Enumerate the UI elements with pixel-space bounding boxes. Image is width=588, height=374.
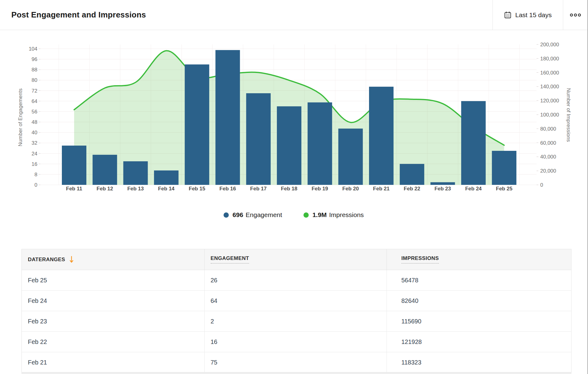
sort-desc-icon	[70, 256, 74, 263]
left-tick-label: 24	[32, 151, 37, 157]
cell-date: Feb 24	[22, 291, 204, 311]
left-tick-label: 56	[32, 109, 37, 115]
x-axis-label: Feb 17	[250, 186, 267, 192]
cell-impressions: 121928	[386, 332, 571, 352]
table-row: Feb 2216121928	[22, 332, 571, 352]
date-range-label: Last 15 days	[515, 11, 552, 19]
cell-date: Feb 21	[22, 352, 204, 373]
table-row: Feb 2175118323	[22, 352, 571, 373]
bar-feb-19[interactable]	[307, 102, 332, 185]
x-axis-label: Feb 13	[127, 186, 144, 192]
legend-text: 696 Engagement	[232, 211, 282, 219]
left-tick-label: 32	[32, 140, 37, 146]
column-header-engagement[interactable]: ENGAGEMENT	[204, 249, 386, 270]
table-header-row: DATERANGES ENGAGEMENT IMPRESSIONS	[22, 249, 571, 270]
chart-legend: 696 Engagement 1.9M Impressions	[0, 210, 587, 220]
legend-item-engagement[interactable]: 696 Engagement	[224, 211, 282, 219]
bar-feb-24[interactable]	[461, 101, 486, 185]
right-tick-label: 200,000	[540, 42, 559, 48]
bar-feb-17[interactable]	[246, 93, 271, 185]
right-tick-label: 140,000	[540, 84, 559, 90]
x-axis-label: Feb 24	[465, 186, 482, 192]
bar-feb-11[interactable]	[62, 146, 86, 185]
x-axis-label: Feb 16	[220, 186, 236, 192]
cell-engagement: 75	[204, 352, 386, 373]
x-axis-label: Feb 20	[342, 186, 359, 192]
left-tick-label: 16	[32, 161, 37, 167]
right-tick-label: 100,000	[540, 112, 559, 118]
x-axis-label: Feb 14	[158, 186, 175, 192]
right-tick-label: 160,000	[540, 70, 559, 76]
right-tick-label: 60,000	[540, 140, 556, 146]
right-tick-label: 120,000	[540, 98, 559, 104]
legend-text: 1.9M Impressions	[312, 211, 364, 219]
right-tick-label: 40,000	[540, 154, 556, 160]
cell-impressions: 82640	[386, 291, 571, 311]
cell-date: Feb 23	[22, 311, 204, 332]
left-tick-label: 48	[32, 119, 37, 125]
table-row: Feb 252656478	[22, 270, 571, 291]
cell-engagement: 2	[204, 311, 386, 332]
right-tick-label: 0	[540, 182, 543, 188]
bar-feb-25[interactable]	[492, 151, 516, 185]
x-axis-label: Feb 23	[435, 186, 451, 192]
cell-impressions: 56478	[386, 270, 571, 291]
bar-feb-22[interactable]	[400, 164, 424, 185]
table-row: Feb 246482640	[22, 291, 571, 311]
bar-feb-21[interactable]	[369, 87, 394, 185]
cell-impressions: 115690	[386, 311, 571, 332]
left-tick-label: 88	[32, 67, 37, 73]
engagement-impressions-chart: 081624324048566472808896104020,00040,000…	[0, 30, 588, 209]
page-title: Post Engagement and Impressions	[0, 0, 492, 30]
bar-feb-23[interactable]	[431, 182, 455, 185]
widget-header: Post Engagement and Impressions Last 15 …	[0, 0, 587, 30]
table-row: Feb 232115690	[22, 311, 571, 332]
impressions-dot-icon	[303, 212, 309, 218]
ellipsis-icon	[570, 13, 581, 17]
left-tick-label: 8	[35, 172, 37, 177]
right-tick-label: 80,000	[540, 126, 556, 132]
x-axis-label: Feb 19	[311, 186, 328, 192]
x-axis-label: Feb 22	[404, 186, 420, 192]
bar-feb-15[interactable]	[185, 64, 209, 185]
left-axis-title: Number of Engagements	[17, 89, 23, 147]
legend-item-impressions[interactable]: 1.9M Impressions	[303, 211, 364, 219]
x-axis-label: Feb 12	[96, 186, 113, 192]
cell-engagement: 64	[204, 291, 386, 311]
right-tick-label: 20,000	[540, 168, 556, 174]
right-axis-title: Number of Impressions	[566, 88, 571, 142]
bar-feb-13[interactable]	[123, 161, 148, 185]
left-tick-label: 104	[29, 46, 37, 52]
cell-impressions: 118323	[386, 352, 571, 373]
table-next-row-edge	[21, 372, 571, 374]
x-axis-label: Feb 18	[281, 186, 297, 192]
left-tick-label: 72	[32, 88, 37, 94]
column-header-impressions[interactable]: IMPRESSIONS	[386, 249, 571, 270]
bar-feb-20[interactable]	[338, 128, 363, 185]
left-tick-label: 0	[35, 182, 37, 188]
cell-engagement: 16	[204, 332, 386, 352]
left-tick-label: 40	[32, 130, 37, 135]
left-tick-label: 80	[32, 77, 37, 83]
x-axis-label: Feb 11	[66, 186, 82, 192]
bar-feb-12[interactable]	[92, 155, 117, 185]
cell-engagement: 26	[204, 270, 386, 291]
x-axis-label: Feb 25	[496, 186, 512, 192]
cell-date: Feb 22	[22, 332, 204, 352]
x-axis-label: Feb 15	[189, 186, 205, 192]
calendar-icon	[504, 11, 512, 19]
widget-card: Post Engagement and Impressions Last 15 …	[0, 0, 588, 374]
left-tick-label: 96	[32, 56, 37, 62]
more-options-button[interactable]	[563, 0, 587, 30]
bar-feb-14[interactable]	[154, 170, 179, 185]
date-range-button[interactable]: Last 15 days	[492, 0, 563, 30]
column-header-dateranges[interactable]: DATERANGES	[22, 249, 204, 270]
left-tick-label: 64	[32, 98, 37, 104]
x-axis-label: Feb 21	[373, 186, 390, 192]
cell-date: Feb 25	[22, 270, 204, 291]
bar-feb-16[interactable]	[216, 50, 240, 185]
engagement-dot-icon	[224, 212, 229, 218]
right-tick-label: 180,000	[540, 56, 559, 62]
data-table: DATERANGES ENGAGEMENT IMPRESSIONS	[21, 249, 571, 374]
bar-feb-18[interactable]	[277, 106, 301, 185]
